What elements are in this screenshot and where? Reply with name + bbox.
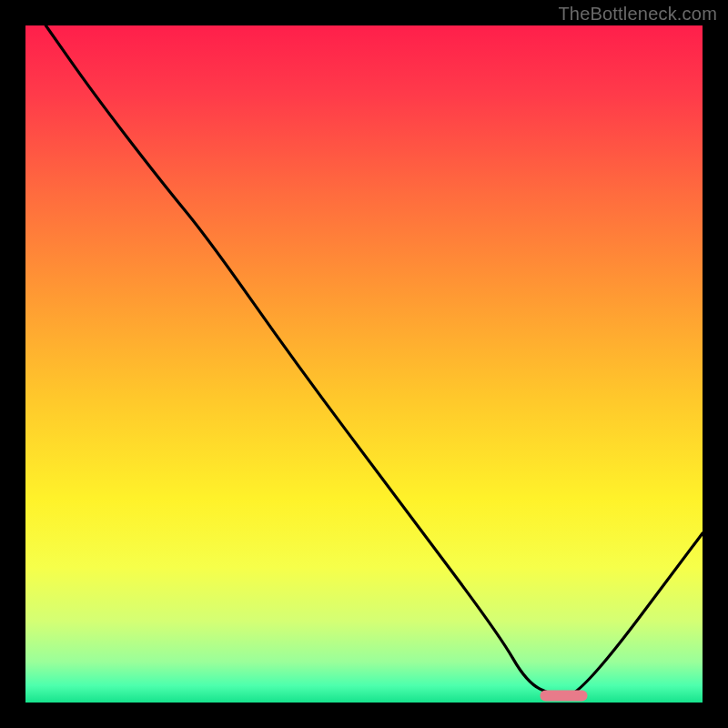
chart-frame: TheBottleneck.com [0,0,728,728]
plot-area [25,25,703,703]
bottleneck-curve [25,25,703,703]
optimal-marker [540,691,587,702]
watermark-text: TheBottleneck.com [558,4,717,25]
